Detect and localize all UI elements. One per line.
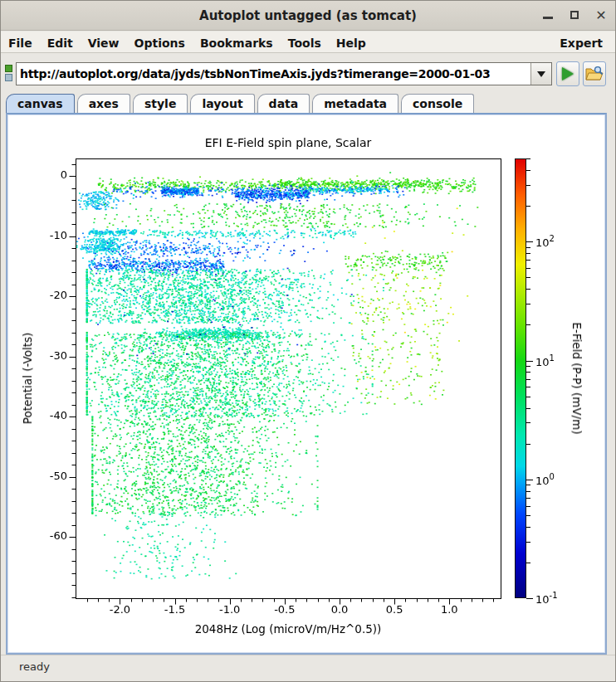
maximize-icon [570,11,579,19]
maximize-button[interactable] [562,1,587,31]
colorbar-tick-label: 102 [535,235,555,249]
menu-item-tools[interactable]: Tools [281,32,329,52]
close-icon: ✕ [595,1,606,31]
y-tick-label: -30 [7,349,67,362]
y-tick-label: -40 [7,409,67,421]
x-tick-label: -2.0 [110,603,130,616]
y-tick-label: -50 [7,470,67,482]
window-title: Autoplot untagged (as tomcat) [1,1,615,31]
y-tick-label: -60 [7,529,67,542]
statusbar: ready [1,655,615,681]
tab-data[interactable]: data [257,94,310,113]
menu-item-help[interactable]: Help [329,32,374,52]
x-tick-label: 0.0 [331,603,349,616]
go-button[interactable] [556,61,579,86]
x-tick-label: -1.0 [219,603,240,616]
menu-item-bookmarks[interactable]: Bookmarks [193,32,281,52]
status-text: ready [19,660,50,673]
close-button[interactable]: ✕ [589,1,614,31]
plot-title: EFI E-Field spin plane, Scalar [76,136,501,149]
datasource-green-square-icon [5,65,12,72]
colorbar[interactable] [515,158,526,598]
titlebar: Autoplot untagged (as tomcat) ✕ [1,1,615,31]
x-tick-label: 0.5 [386,603,403,616]
url-input[interactable] [17,63,530,85]
expert-menu[interactable]: Expert [552,32,610,52]
tabstrip: canvasaxesstylelayoutdatametadataconsole [6,94,610,113]
y-tick-label: -10 [7,229,67,241]
x-axis-label: 2048Hz (Log (microV/m/Hz^0.5)) [76,622,501,636]
colorbar-tick-label: 10-1 [535,591,558,605]
tab-layout[interactable]: layout [190,94,254,113]
menu-item-file[interactable]: File [1,32,40,52]
menubar: FileEditViewOptionsBookmarksToolsHelp Ex… [1,32,615,53]
minimize-button[interactable] [535,1,560,31]
menu-item-view[interactable]: View [81,32,127,52]
y-tick-label: -20 [7,289,67,301]
x-tick-label: 1.0 [441,603,458,616]
datasource-indicator-icon [5,65,13,83]
colorbar-tick-label: 101 [535,353,555,368]
menu-item-options[interactable]: Options [127,32,193,52]
colorbar-tick-label: 100 [535,472,555,486]
menu-item-edit[interactable]: Edit [40,32,81,52]
tab-metadata[interactable]: metadata [312,94,398,113]
chevron-down-icon [537,71,545,77]
menubar-items: FileEditViewOptionsBookmarksToolsHelp [1,35,374,51]
tab-style[interactable]: style [133,94,188,113]
inspect-button[interactable] [583,61,606,86]
play-icon [562,67,574,80]
tab-canvas[interactable]: canvas [6,94,75,113]
url-dropdown-button[interactable] [530,63,551,85]
toolbar [1,54,615,94]
canvas-panel: EFI E-Field spin plane, Scalar Potential… [6,113,607,655]
x-tick-label: -1.5 [164,603,185,616]
y-tick-label: 0 [7,168,67,181]
x-tick-label: -0.5 [274,603,295,616]
url-combobox [16,62,552,85]
autoplot-window: Autoplot untagged (as tomcat) ✕ FileEdit… [0,0,616,682]
tab-axes[interactable]: axes [77,94,130,113]
minimize-icon [543,17,553,19]
tab-console[interactable]: console [401,94,474,113]
folder-search-icon [585,66,604,82]
datasource-blue-square-icon [5,74,12,81]
colorbar-axis-label: E-Field (P-P) (mV/m) [570,322,584,434]
